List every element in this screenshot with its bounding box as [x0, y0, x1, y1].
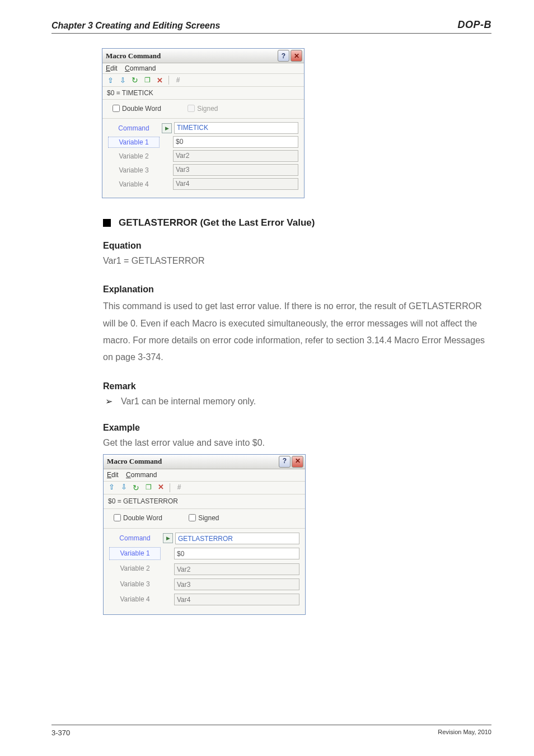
command-label: Command: [108, 123, 160, 134]
equation-text: Var1 = GETLASTERROR: [103, 254, 489, 267]
menu-command[interactable]: Command: [125, 64, 156, 72]
toolbar: ⇧ ⇩ ↻ ❐ ✕ #: [104, 482, 305, 494]
refresh-icon[interactable]: ↻: [132, 483, 140, 492]
equation-row: $0 = TIMETICK: [102, 87, 304, 100]
page-footer: 3-370 Revision May, 2010: [51, 725, 491, 737]
brand-logo: DOP-B: [458, 19, 492, 31]
move-down-icon[interactable]: ⇩: [119, 483, 128, 492]
delete-icon[interactable]: ✕: [156, 483, 165, 492]
variable2-field: Var2: [174, 563, 299, 575]
refresh-icon[interactable]: ↻: [130, 76, 139, 85]
signed-checkbox[interactable]: Signed: [186, 514, 219, 522]
help-button[interactable]: ?: [279, 456, 291, 468]
move-up-icon[interactable]: ⇧: [107, 483, 116, 492]
variable-rows: Command ▶ TIMETICK Variable 1 $0 Variabl…: [102, 119, 304, 198]
dialog-title: Macro Command: [106, 52, 277, 60]
help-button[interactable]: ?: [278, 50, 289, 62]
equation-row: $0 = GETLASTERROR: [104, 494, 305, 509]
variable4-field: Var4: [174, 594, 299, 605]
example-text: Get the last error value and save into $…: [103, 436, 489, 449]
page-header: Chapter 3 Creating and Editing Screens D…: [51, 19, 491, 34]
menu-command[interactable]: Command: [126, 471, 157, 479]
variable-rows: Command ▶ GETLASTERROR Variable 1 $0 Var…: [104, 529, 305, 614]
variable3-label: Variable 3: [108, 165, 160, 176]
separator: [168, 76, 169, 85]
copy-icon[interactable]: ❐: [144, 483, 153, 492]
hash-icon[interactable]: #: [174, 76, 182, 85]
page-number: 3-370: [51, 729, 70, 737]
variable3-label: Variable 3: [109, 578, 161, 591]
signed-checkbox: Signed: [185, 105, 218, 113]
variable2-label: Variable 2: [109, 562, 161, 575]
toolbar: ⇧ ⇩ ↻ ❐ ✕ #: [102, 74, 304, 87]
section-heading: GETLASTERROR (Get the Last Error Value): [103, 216, 491, 230]
explanation-heading: Explanation: [103, 283, 491, 296]
command-label: Command: [109, 532, 161, 545]
square-bullet-icon: [103, 219, 111, 227]
variable3-field: Var3: [173, 164, 298, 176]
variable4-label: Variable 4: [109, 593, 161, 606]
variable2-label: Variable 2: [108, 151, 160, 162]
options-row: Double Word Signed: [104, 509, 305, 528]
titlebar: Macro Command ? ✕: [102, 49, 304, 63]
variable1-label[interactable]: Variable 1: [108, 137, 160, 148]
command-field[interactable]: GETLASTERROR: [175, 533, 299, 544]
double-word-checkbox[interactable]: Double Word: [111, 514, 162, 522]
close-button[interactable]: ✕: [292, 456, 303, 468]
command-play-button[interactable]: ▶: [163, 533, 173, 543]
chapter-title: Chapter 3 Creating and Editing Screens: [51, 21, 220, 31]
copy-icon[interactable]: ❐: [143, 76, 152, 85]
move-down-icon[interactable]: ⇩: [118, 76, 127, 85]
dialog-title: Macro Command: [107, 456, 278, 467]
variable4-field: Var4: [173, 178, 298, 190]
command-field[interactable]: TIMETICK: [174, 122, 298, 134]
options-row: Double Word Signed: [102, 100, 304, 119]
menu-edit[interactable]: Edit: [106, 64, 118, 72]
remark-bullet: ➢ Var1 can be internal memory only.: [103, 395, 491, 408]
macro-command-dialog-2: Macro Command ? ✕ Edit Command ⇧ ⇩ ↻ ❐ ✕…: [103, 454, 306, 615]
menubar: Edit Command: [104, 469, 305, 482]
remark-text: Var1 can be internal memory only.: [121, 395, 256, 408]
section-title: GETLASTERROR (Get the Last Error Value): [119, 216, 315, 230]
variable4-label: Variable 4: [108, 179, 160, 190]
menu-edit[interactable]: Edit: [107, 471, 119, 479]
revision-text: Revision May, 2010: [438, 729, 491, 737]
double-word-checkbox[interactable]: Double Word: [110, 105, 161, 113]
titlebar: Macro Command ? ✕: [104, 455, 305, 469]
delete-icon[interactable]: ✕: [155, 76, 164, 85]
variable3-field: Var3: [174, 578, 299, 590]
triangle-bullet-icon: ➢: [105, 395, 121, 408]
remark-heading: Remark: [103, 380, 491, 393]
menubar: Edit Command: [102, 63, 304, 74]
variable1-label[interactable]: Variable 1: [109, 547, 161, 560]
hash-icon[interactable]: #: [175, 483, 184, 492]
variable1-field[interactable]: $0: [173, 136, 298, 148]
variable2-field: Var2: [173, 150, 298, 162]
macro-command-dialog-1: Macro Command ? ✕ Edit Command ⇧ ⇩ ↻ ❐ ✕…: [102, 48, 305, 198]
close-button[interactable]: ✕: [291, 50, 302, 62]
move-up-icon[interactable]: ⇧: [106, 76, 115, 85]
explanation-text: This command is used to get last error v…: [103, 298, 489, 366]
body-content: GETLASTERROR (Get the Last Error Value) …: [103, 216, 491, 615]
command-play-button[interactable]: ▶: [162, 123, 172, 133]
equation-heading: Equation: [103, 239, 491, 252]
separator: [170, 483, 170, 492]
example-heading: Example: [103, 421, 491, 434]
variable1-field[interactable]: $0: [174, 548, 299, 559]
